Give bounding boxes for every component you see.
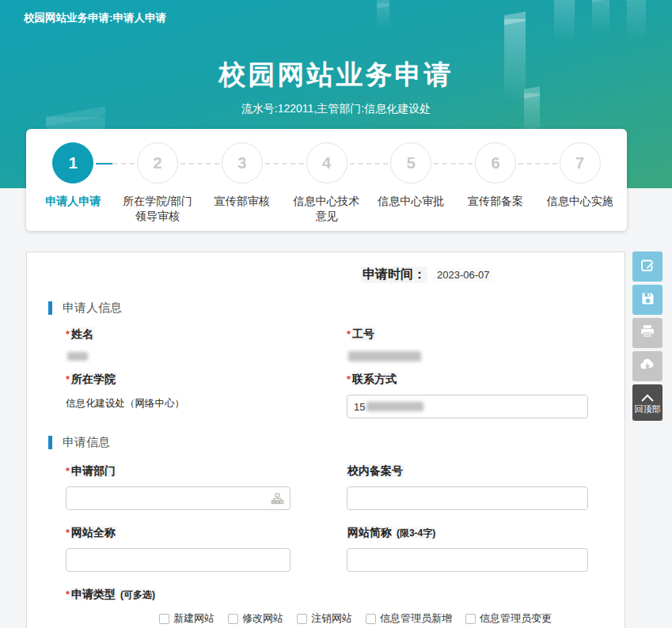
print-button[interactable]	[632, 318, 663, 348]
step-label: 所在学院/部门领导审核	[116, 194, 200, 224]
application-form-card: 申请时间： 2023-06-07 申请人信息 *姓名 *工号 *所在学院 信息化…	[26, 252, 625, 628]
save-button[interactable]	[632, 285, 663, 315]
apply-type-option[interactable]: 新建网站	[159, 611, 215, 626]
field-site-short: 网站简称 (限3-4字)	[347, 526, 588, 572]
checkbox-label: 信息管理员新增	[380, 611, 452, 626]
site-full-label: *网站全称	[66, 526, 290, 540]
apply-type-option[interactable]: 注销网站	[297, 611, 352, 626]
step-label: 信息中心技术意见	[284, 194, 369, 224]
contact-value-redacted	[366, 402, 423, 411]
apply-type-option[interactable]: 信息管理员变更	[465, 611, 552, 626]
contact-value-visible: 15	[354, 401, 365, 413]
name-value-redacted	[67, 352, 88, 361]
apply-type-label: *申请类型 (可多选)	[66, 588, 625, 602]
section-applicant-info: 申请人信息	[48, 301, 625, 316]
step-connector	[518, 163, 557, 165]
checkbox-label: 信息管理员变更	[480, 611, 552, 626]
field-employee-id: *工号	[347, 327, 588, 361]
apply-time-label: 申请时间：	[361, 267, 427, 283]
step-connector	[350, 163, 389, 165]
step-circle[interactable]: 7	[560, 142, 601, 183]
apply-type-options: 新建网站修改网站注销网站信息管理员新增信息管理员变更	[159, 611, 625, 626]
site-short-label: 网站简称 (限3-4字)	[347, 526, 588, 540]
stepper-card: 1申请人申请2所在学院/部门领导审核3宣传部审核4信息中心技术意见5信息中心审批…	[26, 129, 627, 231]
checkbox-icon[interactable]	[465, 614, 476, 624]
step-6: 6宣传部备案	[454, 142, 538, 224]
checkbox-icon[interactable]	[159, 614, 169, 624]
step-connector	[434, 163, 473, 165]
checkbox-icon[interactable]	[297, 614, 307, 624]
floating-toolbar: 回顶部	[632, 252, 663, 421]
building-decoration	[627, 0, 646, 41]
apply-type-option[interactable]: 修改网站	[228, 611, 283, 626]
step-circle[interactable]: 2	[137, 142, 178, 183]
step-5: 5信息中心审批	[369, 142, 454, 224]
field-site-full: *网站全称	[66, 526, 290, 572]
step-circle[interactable]: 6	[475, 142, 516, 183]
contact-label: *联系方式	[347, 373, 588, 387]
checkbox-icon[interactable]	[366, 614, 376, 624]
step-circle[interactable]: 1	[52, 142, 93, 183]
org-picker-icon[interactable]	[271, 492, 284, 508]
name-label: *姓名	[66, 327, 290, 342]
checkbox-label: 修改网站	[242, 611, 283, 626]
step-label: 信息中心审批	[369, 194, 454, 209]
page-subtitle: 流水号:122011,主管部门:信息化建设处	[0, 102, 672, 116]
edit-icon	[640, 257, 655, 276]
section-application-info: 申请信息	[48, 435, 625, 450]
section-title: 申请人信息	[63, 301, 122, 316]
step-connector	[180, 163, 219, 165]
checkbox-label: 注销网站	[311, 611, 352, 626]
field-record-no: 校内备案号	[347, 464, 588, 510]
step-7: 7信息中心实施	[537, 142, 622, 224]
step-1: 1申请人申请	[31, 142, 116, 224]
print-icon	[640, 323, 655, 342]
step-connector	[96, 163, 135, 165]
field-apply-type: *申请类型 (可多选) 新建网站修改网站注销网站信息管理员新增信息管理员变更	[66, 588, 625, 626]
apply-dept-input[interactable]	[66, 486, 290, 510]
college-label: *所在学院	[66, 373, 290, 387]
step-circle[interactable]: 5	[390, 142, 431, 183]
step-3: 3宣传部审核	[199, 142, 284, 224]
back-to-top-button[interactable]: 回顶部	[632, 384, 663, 421]
site-short-input[interactable]	[347, 548, 588, 572]
employee-id-value-redacted	[348, 351, 421, 361]
record-no-input[interactable]	[347, 486, 588, 510]
download-cloud-icon	[639, 356, 656, 376]
college-value: 信息化建设处（网络中心）	[66, 397, 290, 410]
field-apply-dept: *申请部门	[66, 464, 290, 510]
step-4: 4信息中心技术意见	[284, 142, 369, 224]
back-to-top-label: 回顶部	[635, 404, 661, 414]
download-button[interactable]	[632, 351, 663, 381]
checkbox-icon[interactable]	[228, 614, 238, 624]
section-title: 申请信息	[63, 435, 110, 450]
step-label: 信息中心实施	[537, 194, 622, 209]
apply-dept-label: *申请部门	[66, 464, 290, 479]
contact-input[interactable]: 15	[347, 395, 588, 418]
section-bar-icon	[48, 436, 52, 449]
step-circle[interactable]: 4	[306, 142, 347, 183]
building-decoration	[554, 0, 575, 43]
apply-time-row: 申请时间： 2023-06-07	[361, 267, 625, 283]
edit-button[interactable]	[632, 252, 663, 282]
step-circle[interactable]: 3	[222, 142, 263, 183]
record-no-label: 校内备案号	[347, 464, 588, 479]
field-college: *所在学院 信息化建设处（网络中心）	[66, 373, 290, 418]
site-full-input[interactable]	[66, 548, 290, 572]
save-icon	[640, 291, 655, 309]
field-contact: *联系方式 15	[347, 373, 588, 418]
employee-id-label: *工号	[347, 327, 588, 342]
step-label: 宣传部审核	[199, 194, 284, 209]
step-label: 宣传部备案	[454, 194, 538, 209]
step-2: 2所在学院/部门领导审核	[116, 142, 200, 224]
apply-type-option[interactable]: 信息管理员新增	[366, 611, 452, 626]
field-name: *姓名	[66, 327, 290, 361]
step-label: 申请人申请	[31, 194, 116, 209]
building-decoration	[377, 3, 389, 28]
section-bar-icon	[48, 301, 52, 315]
apply-time-value: 2023-06-07	[435, 268, 492, 282]
step-connector	[265, 163, 304, 165]
checkbox-label: 新建网站	[173, 611, 215, 626]
building-decoration	[592, 0, 609, 35]
page-title: 校园网站业务申请	[0, 57, 672, 93]
